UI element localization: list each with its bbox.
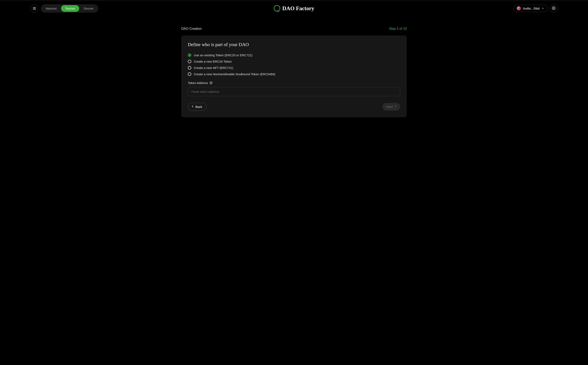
radio-label: Use an existing Token (ERC20 or ERC721) (194, 53, 252, 57)
main-content: DAO Creation Step 2 of 10 Define who is … (181, 15, 407, 117)
wallet-avatar-icon (517, 6, 521, 10)
token-address-label: Token Address (188, 81, 208, 85)
back-button-label: Back (195, 105, 202, 108)
token-address-input[interactable] (188, 87, 400, 96)
radio-option-soulbound[interactable]: Create a new Nontransferable Soulbound T… (188, 72, 400, 76)
radio-label: Create a new NFT (ERC721) (194, 66, 233, 70)
app-header: Mainnet Testnet Devnet DAO Factory 0xd6c… (0, 1, 588, 15)
radio-option-nft[interactable]: Create a new NFT (ERC721) (188, 66, 400, 70)
gear-icon (552, 6, 556, 11)
header-right: 0xd6c...f5b6 (513, 4, 558, 13)
app-title: DAO Factory (282, 5, 314, 12)
header-center: DAO Factory (274, 5, 314, 12)
menu-button[interactable] (30, 4, 38, 13)
hamburger-icon (33, 7, 36, 10)
next-button[interactable]: Next (382, 103, 400, 111)
wallet-address: 0xd6c...f5b6 (523, 7, 540, 10)
form-card: Define who is part of your DAO Use an ex… (181, 35, 407, 117)
radio-label: Create a new ERC20 Token (194, 60, 232, 63)
radio-circle-icon (188, 60, 191, 63)
radio-group: Use an existing Token (ERC20 or ERC721) … (188, 53, 400, 76)
chevron-down-icon (542, 7, 544, 10)
radio-circle-icon (188, 72, 191, 76)
wallet-button[interactable]: 0xd6c...f5b6 (513, 5, 548, 12)
page-title: DAO Creation (181, 27, 202, 31)
header-left: Mainnet Testnet Devnet (30, 4, 98, 13)
radio-circle-icon (188, 66, 191, 70)
network-option-devnet[interactable]: Devnet (80, 5, 98, 12)
next-button-label: Next (386, 105, 393, 108)
network-option-testnet[interactable]: Testnet (61, 5, 79, 12)
radio-circle-icon (188, 53, 191, 57)
back-button[interactable]: Back (188, 103, 206, 111)
radio-label: Create a new Nontransferable Soulbound T… (194, 72, 275, 76)
radio-option-erc20[interactable]: Create a new ERC20 Token (188, 60, 400, 63)
svg-point-0 (553, 7, 554, 8)
network-switcher: Mainnet Testnet Devnet (41, 4, 98, 13)
field-label-row: Token Address i (188, 81, 400, 85)
network-option-mainnet[interactable]: Mainnet (42, 5, 61, 12)
settings-button[interactable] (550, 4, 558, 13)
chevron-left-icon (191, 105, 194, 109)
chevron-right-icon (394, 105, 397, 109)
logo-icon (274, 5, 280, 12)
card-title: Define who is part of your DAO (188, 42, 400, 47)
radio-option-existing[interactable]: Use an existing Token (ERC20 or ERC721) (188, 53, 400, 57)
button-row: Back Next (188, 103, 400, 111)
info-icon[interactable]: i (210, 81, 212, 84)
step-indicator: Step 2 of 10 (389, 27, 407, 31)
page-header-row: DAO Creation Step 2 of 10 (181, 27, 407, 31)
